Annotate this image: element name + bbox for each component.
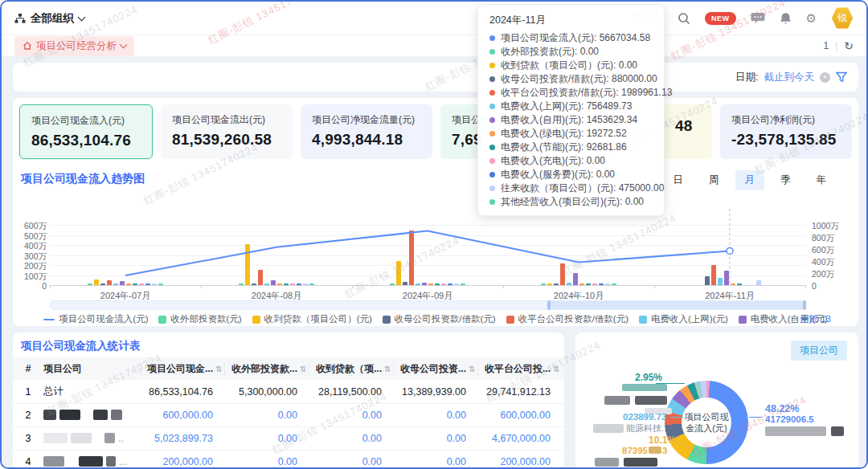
gridline bbox=[50, 245, 805, 246]
row-number: 4 bbox=[13, 456, 43, 467]
name-suffix: ... bbox=[119, 456, 127, 467]
table-cell-value: 0.00 bbox=[309, 433, 393, 444]
bar-收母公司投资款/借款(元) bbox=[100, 283, 105, 285]
x-axis-tick bbox=[503, 285, 504, 288]
legend-square-marker bbox=[506, 316, 514, 324]
datazoom-handle-right[interactable] bbox=[803, 300, 806, 310]
tooltip-item-text: 往来收款（项目公司）(元): 475000.00 bbox=[501, 181, 664, 195]
table-row: 4...200,000.000.000.000.00200,000.00 bbox=[13, 450, 564, 469]
leader-line-right bbox=[749, 417, 763, 418]
company-name-cell: .. bbox=[43, 433, 140, 444]
donut-filter-badge[interactable]: 项目公司 bbox=[791, 341, 847, 361]
legend-show-all[interactable]: 全部 13 bbox=[800, 313, 831, 325]
bar-收母公司投资款/借款(元) bbox=[554, 283, 559, 285]
tooltip-item-text: 其他经营收入(项目公司)(元): 0.00 bbox=[501, 195, 644, 209]
refresh-icon[interactable]: ↻ bbox=[844, 39, 854, 52]
table-cell-value: 200,000.00 bbox=[140, 456, 224, 467]
table-col-header[interactable]: 收到贷款（项...⇅ bbox=[309, 362, 393, 376]
bar-收外部投资款(元) bbox=[390, 283, 395, 285]
search-icon[interactable] bbox=[678, 12, 690, 25]
bar-其他经营收入(项目公司)(元) bbox=[612, 283, 616, 285]
sort-icon[interactable]: ⇅ bbox=[553, 365, 559, 373]
settings-gear-icon[interactable]: ⚙ bbox=[806, 12, 817, 24]
bar-收到贷款（项目公司）(元) bbox=[245, 244, 250, 285]
tooltip-item: 电费收入(上网)(元): 756489.73 bbox=[489, 100, 653, 113]
user-avatar[interactable]: 锐 bbox=[831, 7, 854, 30]
legend-square-marker bbox=[639, 316, 647, 324]
org-tree-icon bbox=[14, 13, 26, 24]
date-filter-label: 日期: bbox=[735, 71, 758, 84]
legend-square-marker bbox=[739, 316, 747, 324]
trend-chart-plot[interactable]: 600万500万400万300万200万100万01000万800万600万40… bbox=[13, 98, 858, 326]
table-col-header: 项目公司 bbox=[43, 362, 140, 376]
bar-电费收入(节能)(元) bbox=[586, 283, 591, 285]
message-icon[interactable] bbox=[751, 12, 765, 24]
legend-item[interactable]: 收到贷款（项目公司）(元) bbox=[252, 313, 372, 325]
sort-icon[interactable]: ⇅ bbox=[384, 365, 391, 373]
row-number: 1 bbox=[13, 386, 43, 398]
datazoom-slider[interactable] bbox=[50, 300, 805, 310]
col-header-label: 项目公司 bbox=[43, 362, 82, 376]
x-axis-line bbox=[50, 285, 805, 286]
filter-funnel-icon[interactable] bbox=[836, 71, 847, 83]
legend-item[interactable]: 收平台公司投资款/借款(元) bbox=[506, 313, 628, 325]
sort-icon[interactable]: ⇅ bbox=[300, 365, 306, 373]
legend-label: 项目公司现金流入(元) bbox=[59, 313, 148, 325]
bar-收母公司投资款/借款(元) bbox=[705, 276, 710, 285]
tooltip-item-text: 收到贷款（项目公司）(元): 0.00 bbox=[501, 59, 637, 72]
date-filter-value[interactable]: 截止到今天 bbox=[764, 71, 815, 84]
bar-电费收入(自用)(元) bbox=[724, 271, 729, 285]
tooltip-series-dot bbox=[489, 117, 495, 123]
col-header-label: 收外部投资款... bbox=[231, 362, 297, 376]
table-cell-value: 200,000.00 bbox=[477, 456, 562, 467]
x-axis-tick bbox=[654, 285, 655, 288]
bar-电费收入(节能)(元) bbox=[435, 283, 440, 285]
row-number: 3 bbox=[13, 433, 43, 444]
org-selector[interactable]: 全部组织 bbox=[14, 11, 84, 26]
bar-电费收入(充电)(元) bbox=[290, 283, 295, 285]
donut-center-line1: 项目公司现 bbox=[685, 411, 729, 422]
table-col-header[interactable]: 收外部投资款...⇅ bbox=[224, 362, 309, 376]
legend-item[interactable]: 收母公司投资款/借款(元) bbox=[383, 313, 496, 325]
clear-filter-icon[interactable]: × bbox=[820, 72, 830, 83]
donut-label-top-pct: 2.95% bbox=[635, 372, 662, 383]
x-axis-tick bbox=[352, 285, 353, 288]
tooltip-item: 收平台公司投资款/借款(元): 1989961.13 bbox=[489, 86, 653, 100]
sort-icon[interactable]: ⇅ bbox=[469, 365, 475, 373]
table-cell-value: 13,389,939.00 bbox=[393, 386, 477, 398]
table-cell-value: 0.00 bbox=[393, 433, 477, 444]
redacted-name bbox=[593, 424, 624, 433]
bar-往来收款（项目公司）(元) bbox=[152, 283, 157, 285]
legend-item[interactable]: 电费收入(上网)(元) bbox=[639, 313, 728, 325]
table-col-header[interactable]: 收平台公司投...⇅ bbox=[477, 362, 562, 376]
new-badge[interactable]: NEW bbox=[705, 12, 736, 25]
table-col-header[interactable]: 收母公司投资...⇅ bbox=[393, 362, 477, 376]
bar-电费收入(服务费)(元) bbox=[145, 283, 150, 285]
legend-item[interactable]: 收外部投资款(元) bbox=[158, 313, 241, 325]
donut-label-left-value: 023899.73 bbox=[623, 412, 666, 422]
tooltip-item-text: 收外部投资款(元): 0.00 bbox=[501, 45, 599, 59]
table-cell-value: 5,300,000.00 bbox=[224, 386, 309, 398]
col-header-label: # bbox=[26, 363, 31, 374]
legend-item[interactable]: 项目公司现金流入(元) bbox=[43, 313, 148, 325]
tooltip-item: 电费收入(充电)(元): 0.00 bbox=[489, 154, 653, 168]
tooltip-series-dot bbox=[489, 35, 495, 41]
table-col-header[interactable]: 项目公司现金...⇅ bbox=[140, 362, 224, 376]
bar-收外部投资款(元) bbox=[239, 283, 244, 285]
notification-bell-icon[interactable] bbox=[780, 12, 792, 25]
bar-往来收款（项目公司）(元) bbox=[605, 283, 610, 285]
sort-icon[interactable]: ⇅ bbox=[215, 365, 222, 373]
datazoom-handle-left[interactable] bbox=[547, 300, 551, 310]
donut-label-right-pct: 48.22% bbox=[765, 403, 799, 414]
col-header-label: 收平台公司投... bbox=[485, 362, 551, 376]
tab-project-company-analysis[interactable]: 项目公司经营分析 bbox=[14, 36, 134, 56]
tooltip-item: 往来收款（项目公司）(元): 475000.00 bbox=[489, 181, 653, 195]
bar-电费收入(绿电)(元) bbox=[277, 283, 282, 285]
bar-收平台公司投资款/借款(元) bbox=[711, 265, 716, 285]
redacted-name bbox=[635, 396, 667, 405]
table-cell-value: 600,000.00 bbox=[140, 410, 224, 421]
table-panel: 项目公司现金流入统计表 #项目公司项目公司现金...⇅收外部投资款...⇅收到贷… bbox=[13, 332, 564, 469]
datazoom-selection[interactable] bbox=[549, 301, 805, 309]
redacted-company-name bbox=[79, 456, 103, 467]
col-header-label: 项目公司现金... bbox=[147, 362, 213, 376]
